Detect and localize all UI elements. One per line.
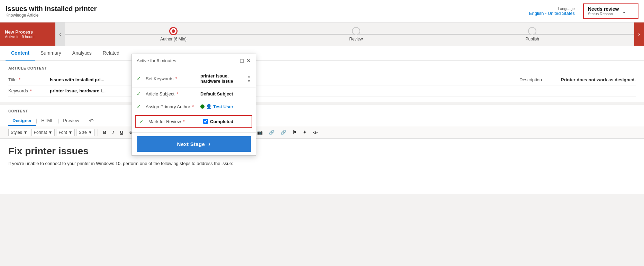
process-name: New Process xyxy=(5,29,51,35)
stage-review-name: Review xyxy=(349,37,363,42)
stage-review: Review xyxy=(349,27,363,42)
tabs: Content Summary Analytics Related xyxy=(0,46,644,61)
article-content-section: ARTICLE CONTENT Title * Issues with inst… xyxy=(0,61,644,102)
review-checkbox[interactable] xyxy=(203,119,208,124)
toolbar-size-arrow: ▼ xyxy=(88,130,92,135)
editor-toolbar: Styles ▼ Format ▼ Font ▼ Size ▼ B I U S … xyxy=(0,126,644,139)
stage-popup: Active for 6 minutes □ ✕ ✓ Set Keywords … xyxy=(131,54,256,156)
toolbar-code-button[interactable]: ◃▹ xyxy=(310,128,320,136)
field-description-label: Description xyxy=(519,77,561,82)
popup-title: Active for 6 minutes xyxy=(137,58,176,63)
editor-paragraph: If you're unable to connect to your prin… xyxy=(8,161,636,166)
toolbar-styles-label: Styles xyxy=(11,130,22,135)
stage-author: Author (6 Min) xyxy=(160,27,187,42)
toolbar-sparkle-button[interactable]: ✦ xyxy=(300,128,309,136)
user-person-icon: 👤 xyxy=(206,104,212,109)
popup-expand-button[interactable]: □ xyxy=(240,57,244,64)
editor-tabs: Designer | HTML | Preview ↶ xyxy=(0,113,644,126)
toolbar-size-select[interactable]: Size ▼ xyxy=(76,129,94,136)
field-label-title: Title * xyxy=(8,77,50,82)
process-stages: Author (6 Min) Review Publish xyxy=(65,27,634,42)
toolbar-format-arrow: ▼ xyxy=(48,130,53,135)
popup-label-author: Assign Primary Author * xyxy=(146,104,198,109)
tab-content[interactable]: Content xyxy=(6,46,35,61)
toolbar-styles-arrow: ▼ xyxy=(24,130,28,135)
header: Issues with installed printer Knowledge … xyxy=(0,0,644,22)
stage-review-circle[interactable] xyxy=(352,27,360,35)
content-section-header: CONTENT xyxy=(0,105,644,113)
status-chevron-icon[interactable]: ⌄ xyxy=(622,8,626,15)
popup-req-review: * xyxy=(183,119,185,124)
popup-item-keywords: ✓ Set Keywords * printer issue,hardware … xyxy=(132,70,256,88)
popup-check-keywords: ✓ xyxy=(137,76,143,81)
undo-button[interactable]: ↶ xyxy=(89,116,93,126)
toolbar-flag-button[interactable]: ⚑ xyxy=(290,128,299,136)
toolbar-italic-button[interactable]: I xyxy=(110,128,116,136)
toolbar-font-arrow: ▼ xyxy=(69,130,73,135)
editor-body[interactable]: Fix printer issues If you're unable to c… xyxy=(0,139,644,194)
toolbar-format-select[interactable]: Format ▼ xyxy=(31,129,55,136)
keywords-required-star: * xyxy=(30,88,32,93)
content-editor-section: CONTENT Designer | HTML | Preview ↶ Styl… xyxy=(0,102,644,194)
toolbar-format-label: Format xyxy=(34,130,47,135)
status-value: Needs review xyxy=(588,6,619,12)
process-nav-left-button[interactable]: ‹ xyxy=(55,22,65,46)
language-label: Language xyxy=(529,7,575,11)
toolbar-unlink-button[interactable]: 🔗 xyxy=(278,128,289,136)
toolbar-font-select[interactable]: Font ▼ xyxy=(56,129,75,136)
title-required-star: * xyxy=(19,77,20,82)
process-label: New Process Active for 9 hours xyxy=(0,22,55,46)
article-title: Issues with installed printer xyxy=(6,5,97,13)
editor-tab-html[interactable]: HTML xyxy=(37,116,57,126)
header-left: Issues with installed printer Knowledge … xyxy=(6,5,97,18)
next-stage-button[interactable]: Next Stage › xyxy=(137,136,251,152)
status-section[interactable]: Needs review Status Reason ⌄ xyxy=(583,3,638,19)
main-content: Content Summary Analytics Related ARTICL… xyxy=(0,46,644,194)
stage-publish: Publish xyxy=(526,27,539,42)
next-stage-arrow-icon: › xyxy=(208,140,210,148)
popup-header: Active for 6 minutes □ ✕ xyxy=(132,54,256,67)
popup-actions: □ ✕ xyxy=(240,57,251,64)
editor-tab-preview[interactable]: Preview xyxy=(59,116,83,126)
editor-heading: Fix printer issues xyxy=(8,146,636,157)
toolbar-image-button[interactable]: 📷 xyxy=(255,128,265,136)
popup-check-subject: ✓ xyxy=(137,91,143,97)
toolbar-bold-button[interactable]: B xyxy=(101,128,109,136)
status-label: Status Reason xyxy=(588,12,619,16)
tab-related[interactable]: Related xyxy=(97,46,125,61)
popup-check-author: ✓ xyxy=(137,104,143,109)
header-right: Language English - United States Needs r… xyxy=(529,3,638,19)
tab-summary[interactable]: Summary xyxy=(35,46,67,61)
popup-scroll-down[interactable]: ▼ xyxy=(247,79,251,83)
stage-author-name: Author (6 Min) xyxy=(160,37,187,42)
user-status-dot xyxy=(200,104,205,109)
status-text-group: Needs review Status Reason xyxy=(588,6,619,16)
stage-author-circle[interactable] xyxy=(169,27,178,35)
stage-publish-circle[interactable] xyxy=(528,27,536,35)
editor-tab-designer[interactable]: Designer xyxy=(8,116,36,126)
field-description-value: Printer does not work as designed. xyxy=(561,77,636,82)
popup-value-subject: Default Subject xyxy=(200,91,251,97)
stage-publish-name: Publish xyxy=(526,37,539,42)
popup-value-review: Completed xyxy=(203,119,248,124)
popup-value-keywords: printer issue,hardware issue xyxy=(200,73,243,84)
popup-item-author: ✓ Assign Primary Author * 👤 Test User xyxy=(132,100,256,113)
toolbar-underline-button[interactable]: U xyxy=(118,128,126,136)
toolbar-divider1 xyxy=(98,129,98,136)
popup-value-author[interactable]: 👤 Test User xyxy=(200,104,251,109)
toolbar-link-button[interactable]: 🔗 xyxy=(266,128,277,136)
popup-scroll-up[interactable]: ▲ xyxy=(247,74,251,78)
process-bar: New Process Active for 9 hours ‹ Author … xyxy=(0,22,644,46)
tab-analytics[interactable]: Analytics xyxy=(67,46,97,61)
article-content-header: ARTICLE CONTENT xyxy=(8,66,636,70)
process-nav-right-button[interactable]: › xyxy=(634,22,644,46)
language-value[interactable]: English - United States xyxy=(529,11,575,16)
popup-body: ✓ Set Keywords * printer issue,hardware … xyxy=(132,67,256,132)
field-row-keywords: Keywords * printer issue, hardware i... xyxy=(8,85,636,97)
field-label-keywords: Keywords * xyxy=(8,88,50,93)
completed-label: Completed xyxy=(210,119,233,124)
field-row-title: Title * Issues with installed pri... Des… xyxy=(8,74,636,85)
popup-close-button[interactable]: ✕ xyxy=(246,57,251,64)
popup-req-subject: * xyxy=(176,91,178,97)
toolbar-styles-select[interactable]: Styles ▼ xyxy=(8,129,30,136)
